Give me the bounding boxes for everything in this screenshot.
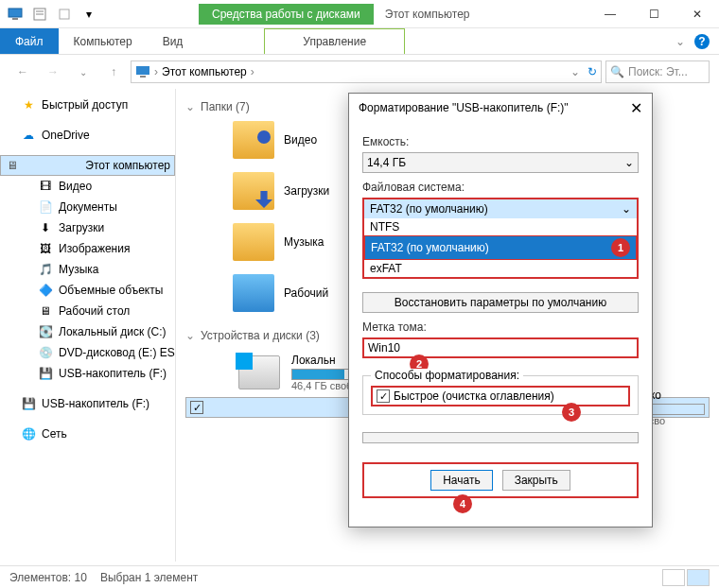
minimize-button[interactable]: — — [588, 0, 632, 28]
checkbox-icon: ✓ — [377, 389, 390, 403]
format-methods-group: Способы форматирования: ✓ Быстрое (очист… — [362, 375, 639, 415]
help-icon[interactable]: ? — [694, 34, 710, 49]
sidebar-item-videos[interactable]: 🎞Видео — [0, 176, 175, 197]
tab-manage[interactable]: Управление — [264, 28, 405, 54]
tab-view[interactable]: Вид — [148, 28, 199, 54]
progress-bar — [362, 432, 639, 443]
sidebar-item-documents[interactable]: 📄Документы — [0, 197, 175, 217]
monitor-icon: 🖥 — [5, 158, 20, 173]
sidebar-item-localdisk[interactable]: 💽Локальный диск (C:) — [0, 321, 175, 342]
download-icon: ⬇ — [38, 220, 53, 235]
sidebar-item-music[interactable]: 🎵Музыка — [0, 259, 175, 280]
view-tiles-button[interactable] — [687, 569, 710, 586]
callout-4: 4 — [453, 494, 472, 513]
sidebar-usb-root[interactable]: 💾USB-накопитель (F:) — [0, 393, 175, 414]
tab-file[interactable]: Файл — [0, 28, 59, 54]
maximize-button[interactable]: ☐ — [632, 0, 675, 28]
path-segment[interactable]: Этот компьютер — [162, 65, 247, 78]
path-box[interactable]: › Этот компьютер › ⌄ ↻ — [131, 61, 602, 83]
chevron-down-icon: ⌄ — [185, 100, 195, 113]
window-title: Этот компьютер — [385, 8, 470, 21]
sidebar-quick-access[interactable]: ★Быстрый доступ — [0, 95, 175, 115]
cancel-button[interactable]: Закрыть — [502, 470, 570, 491]
monitor-icon[interactable] — [4, 4, 26, 25]
sidebar-item-3dobjects[interactable]: 🔷Объемные объекты — [0, 280, 175, 301]
start-button[interactable]: Начать — [430, 470, 493, 491]
refresh-icon[interactable]: ↻ — [587, 65, 597, 78]
folder-icon — [233, 172, 274, 210]
view-details-button[interactable] — [662, 569, 685, 586]
film-icon: 🎞 — [38, 179, 53, 194]
restore-defaults-button[interactable]: Восстановить параметры по умолчанию — [362, 292, 639, 313]
cube-icon: 🔷 — [38, 283, 53, 298]
sidebar-item-dvd[interactable]: 💿DVD-дисковод (E:) ESD — [0, 342, 175, 363]
chevron-down-icon: ⌄ — [185, 329, 195, 342]
status-selection: Выбран 1 элемент — [100, 571, 198, 584]
ribbon: Файл Компьютер Вид Управление ⌄ ? — [0, 28, 719, 55]
ribbon-context-group: Средства работы с дисками — [199, 4, 374, 25]
forward-button[interactable]: → — [40, 59, 66, 85]
quick-access-toolbar: ▾ — [0, 2, 104, 26]
chevron-right-icon[interactable]: › — [251, 65, 254, 78]
chevron-down-icon: ⌄ — [622, 202, 631, 216]
status-item-count: Элементов: 10 — [9, 571, 87, 584]
filesystem-label: Файловая система: — [362, 181, 639, 194]
close-button[interactable]: ✕ — [675, 0, 719, 28]
sidebar-item-usb[interactable]: 💾USB-накопитель (F:) — [0, 363, 175, 384]
chevron-down-icon: ⌄ — [624, 156, 634, 169]
volume-label-input[interactable] — [362, 337, 639, 358]
document-icon: 📄 — [38, 199, 53, 215]
sidebar-this-pc[interactable]: 🖥Этот компьютер — [0, 155, 175, 176]
volume-label-label: Метка тома: — [362, 320, 639, 334]
music-icon: 🎵 — [38, 262, 53, 277]
svg-rect-6 — [136, 66, 149, 75]
address-bar: ← → ⌄ ↑ › Этот компьютер › ⌄ ↻ 🔍 Поиск: … — [0, 55, 719, 89]
sidebar-item-desktop[interactable]: 🖥Рабочий стол — [0, 301, 175, 321]
usb-icon: 💾 — [38, 366, 53, 381]
fs-option-exfat[interactable]: exFAT — [364, 260, 637, 277]
capacity-select[interactable]: 14,4 ГБ⌄ — [362, 152, 639, 173]
folder-icon — [233, 274, 274, 312]
dialog-title: Форматирование "USB-накопитель (F:)" — [359, 101, 569, 114]
recent-dropdown[interactable]: ⌄ — [70, 59, 96, 85]
monitor-icon — [135, 64, 150, 79]
dialog-titlebar[interactable]: Форматирование "USB-накопитель (F:)" ✕ — [349, 94, 652, 122]
search-box[interactable]: 🔍 Поиск: Эт... — [605, 61, 710, 83]
drive-icon: 💽 — [38, 324, 53, 339]
star-icon: ★ — [21, 97, 36, 112]
chevron-right-icon[interactable]: › — [154, 65, 158, 78]
close-icon[interactable]: ✕ — [630, 99, 642, 117]
sidebar-item-downloads[interactable]: ⬇Загрузки — [0, 217, 175, 238]
fs-option-ntfs[interactable]: NTFS — [364, 218, 637, 235]
ribbon-collapse-icon[interactable]: ⌄ — [675, 35, 685, 48]
network-icon: 🌐 — [21, 426, 36, 441]
drive-icon — [238, 355, 280, 389]
methods-legend: Способы форматирования: — [371, 369, 523, 382]
qat-dropdown-icon[interactable] — [53, 4, 76, 25]
callout-3: 3 — [562, 403, 581, 422]
quick-format-checkbox[interactable]: ✓ Быстрое (очистка оглавления) — [371, 386, 630, 406]
filesystem-select[interactable]: FAT32 (по умолчанию)⌄ NTFS FAT32 (по умо… — [362, 198, 639, 279]
checkbox-icon[interactable]: ✓ — [190, 401, 203, 414]
navigation-pane: ★Быстрый доступ ☁OneDrive 🖥Этот компьюте… — [0, 89, 176, 562]
search-placeholder: Поиск: Эт... — [628, 65, 688, 78]
tab-computer[interactable]: Компьютер — [59, 28, 148, 54]
usb-icon: 💾 — [21, 396, 36, 411]
overflow-icon[interactable]: ▾ — [78, 4, 100, 25]
sidebar-item-pictures[interactable]: 🖼Изображения — [0, 238, 175, 259]
dialog-button-row: Начать Закрыть — [362, 462, 639, 498]
cloud-icon: ☁ — [21, 128, 36, 143]
search-icon: 🔍 — [610, 65, 624, 78]
callout-1: 1 — [611, 238, 630, 257]
properties-icon[interactable] — [28, 4, 51, 25]
svg-rect-5 — [60, 9, 69, 19]
image-icon: 🖼 — [38, 241, 53, 256]
folder-icon — [233, 121, 274, 159]
fs-option-fat32[interactable]: FAT32 (по умолчанию)1 — [364, 235, 637, 260]
up-button[interactable]: ↑ — [100, 59, 127, 85]
disc-icon: 💿 — [38, 345, 53, 360]
sidebar-onedrive[interactable]: ☁OneDrive — [0, 125, 175, 146]
back-button[interactable]: ← — [9, 59, 36, 85]
svg-rect-0 — [9, 9, 22, 17]
sidebar-network[interactable]: 🌐Сеть — [0, 424, 175, 444]
